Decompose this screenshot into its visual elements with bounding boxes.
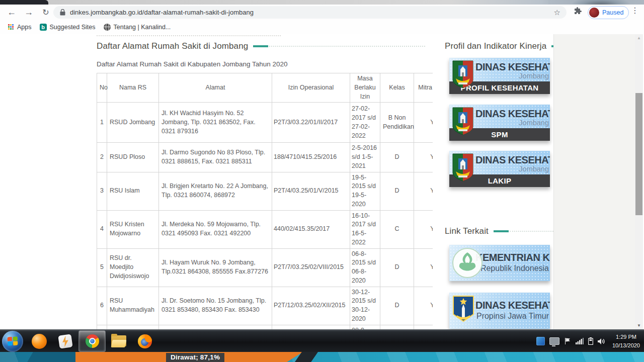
chrome-icon <box>86 334 99 348</box>
taskbar-firefox-button[interactable] <box>132 331 158 351</box>
table-cell: Jl. Merdeka No. 59 Mojowarno, Tlp. 0321 … <box>159 210 272 248</box>
jombang-crest <box>452 60 474 88</box>
table-cell: 06-8-2015 s/d 06-8-2020 <box>350 248 380 287</box>
reload-button[interactable]: ↻ <box>39 6 52 19</box>
table-cell: 1 <box>97 103 107 143</box>
b-tile-icon: b <box>40 24 47 31</box>
sidebar-banner[interactable]: DINAS KESEHATANPropinsi Jawa Timur <box>449 293 550 329</box>
table-cell: 4 <box>97 210 107 248</box>
jombang-crest <box>452 153 474 182</box>
back-button[interactable]: ← <box>5 6 18 19</box>
windows-logo-icon <box>8 336 18 345</box>
table-row: 4RSU Kristen MojowarnoJl. Merdeka No. 59… <box>97 210 433 248</box>
profile-sync-badge[interactable]: Paused <box>588 6 629 19</box>
table-cell: 7 <box>97 325 107 329</box>
page-scrollbar[interactable]: ▲ ▼ <box>635 34 643 329</box>
video-blur-shape <box>548 0 644 5</box>
browser-window: ← → ↻ dinkes.jombangkab.go.id/daftar-ala… <box>0 5 644 329</box>
bookmark-star-icon[interactable]: ☆ <box>554 8 560 17</box>
scrollbar-thumb[interactable] <box>635 93 642 215</box>
sidebar-banner[interactable]: KEMENTRIAN KESEHATANRepublik Indonesia <box>449 245 550 281</box>
sidebar-banner[interactable]: DINAS KESEHATANJombangSPM <box>449 105 550 141</box>
clock-time: 1:29 PM <box>612 333 640 341</box>
taskbar-gom-player-button[interactable] <box>26 331 52 351</box>
section-accent-dash <box>494 230 509 232</box>
lock-icon <box>60 9 65 16</box>
table-row: 2RSUD PlosoJl. Darmo Sugondo No 83 Ploso… <box>97 143 433 172</box>
bookmark-suggested-sites[interactable]: b Suggested Sites <box>40 24 96 31</box>
system-tray: 1:29 PM 10/13/2020 <box>536 330 640 352</box>
table-cell: 3 <box>97 172 107 210</box>
battery-icon[interactable] <box>588 337 593 345</box>
banner-subtitle: Propinsi Jawa Timur <box>476 312 549 321</box>
table-cell: P2T/4/03.25/01/V/2015 <box>272 172 350 210</box>
clock-date: 10/13/2020 <box>612 341 640 350</box>
table-cell: P2T/8/03.25/02/IX/2015 <box>272 325 350 329</box>
table-cell: Jl. Hayam Wuruk No. 9 Jombang, Tlp.0321 … <box>159 248 272 287</box>
tray-clock[interactable]: 1:29 PM 10/13/2020 <box>612 333 640 349</box>
table-cell: Ya <box>414 287 433 325</box>
forward-button[interactable]: → <box>22 6 35 19</box>
table-cell: P2T/3/03.22/01/II/2017 <box>272 103 350 143</box>
table-row: 7RSU AirlanggaJl. Airlangga No. 50 C Jom… <box>97 325 433 329</box>
bookmark-label: Apps <box>17 24 32 31</box>
table-cell: RSUD Jombang <box>107 103 159 143</box>
url-text[interactable]: dinkes.jombangkab.go.id/daftar-alamat-ru… <box>70 9 554 16</box>
table-cell: Ya <box>414 172 433 210</box>
bookmark-tentang[interactable]: Tentang | Kanalind... <box>104 24 171 31</box>
gom-player-icon <box>32 334 47 349</box>
table-cell: D <box>380 172 414 210</box>
scrollbar-up-arrow[interactable]: ▲ <box>635 34 643 42</box>
scrollbar-down-arrow[interactable]: ▼ <box>635 322 643 329</box>
taskbar-winamp-button[interactable] <box>52 331 78 351</box>
table-cell: C <box>380 210 414 248</box>
sidebar: Profil dan Indikator Kinerja Link Terkai… <box>445 34 553 329</box>
banner-title: KEMENTRIAN KESEHATAN <box>475 252 550 263</box>
bookmark-apps[interactable]: Apps <box>8 24 32 31</box>
table-cell: RSU Kristen Mojowarno <box>107 210 159 248</box>
display-icon[interactable] <box>549 337 559 345</box>
sidebar-banner[interactable]: DINAS KESEHATANJombangPROFIL KESEHATAN <box>449 58 550 94</box>
banner-title: DINAS KESEHATAN <box>475 300 550 311</box>
table-row: 6RSU MuhammadiyahJl. Dr. Soetomo No. 15 … <box>97 287 433 325</box>
table-body: 1RSUD JombangJl. KH Wachid Hasyim No. 52… <box>97 103 433 329</box>
table-cell: D <box>380 287 414 325</box>
page-subtitle: Daftar Alamat Rumah Sakit di Kabupaten J… <box>97 60 288 68</box>
table-header-cell: Kelas <box>380 73 414 103</box>
table-header-cell: Alamat <box>159 73 272 103</box>
table-cell: 16-10-2017 s/d 16-5-2022 <box>350 210 380 248</box>
extensions-puzzle-icon[interactable] <box>574 7 582 17</box>
page-title-row: Daftar Alamat Rumah Sakit di Jombang <box>97 41 425 51</box>
table-cell: P2T/12/03.25/02/XII/2015 <box>272 287 350 325</box>
banner-subtitle: Jombang <box>519 165 549 173</box>
taskbar-chrome-button[interactable] <box>78 330 106 352</box>
table-cell: 5 <box>97 248 107 287</box>
table-header-cell: Izin Operasional <box>272 73 350 103</box>
video-dark-shape <box>0 0 48 5</box>
web-page: Daftar Alamat Rumah Sakit di Jombang Daf… <box>0 34 644 329</box>
explorer-folder-icon <box>111 335 126 347</box>
table-cell: 27-02-2017 s/d 27-02-2022 <box>350 103 380 143</box>
sidebar-section-profil: Profil dan Indikator Kinerja <box>445 41 553 51</box>
screen: ← → ↻ dinkes.jombangkab.go.id/daftar-ala… <box>0 0 644 362</box>
table-cell: 2-5-2016 s/d 1-5-2021 <box>350 143 380 172</box>
table-header-cell: Nama RS <box>107 73 159 103</box>
address-bar[interactable]: dinkes.jombangkab.go.id/daftar-alamat-ru… <box>53 6 567 19</box>
table-cell: RSU Islam <box>107 172 159 210</box>
table-cell: Jl. Darmo Sugondo No 83 Ploso, Tlp. 0321… <box>159 143 272 172</box>
start-button[interactable] <box>2 331 23 352</box>
browser-menu-icon[interactable]: ⋮ <box>630 6 640 15</box>
taskbar-explorer-button[interactable] <box>106 331 132 351</box>
profile-status-label: Paused <box>602 9 623 16</box>
language-app-icon[interactable] <box>536 337 545 345</box>
table-cell: RSU Airlangga <box>107 325 159 329</box>
network-signal-icon[interactable] <box>576 338 584 344</box>
volume-icon[interactable] <box>598 338 606 345</box>
table-cell: Jl. Dr. Soetomo No. 15 Jombang, Tlp. 032… <box>159 287 272 325</box>
section-accent-dash <box>551 45 553 47</box>
browser-toolbar: ← → ↻ dinkes.jombangkab.go.id/daftar-ala… <box>0 5 644 20</box>
table-cell: D <box>380 143 414 172</box>
sidebar-section-links: Link Terkait <box>445 226 553 236</box>
sidebar-banner[interactable]: DINAS KESEHATANJombangLAKIP <box>449 151 550 187</box>
action-center-flag-icon[interactable] <box>564 337 571 345</box>
